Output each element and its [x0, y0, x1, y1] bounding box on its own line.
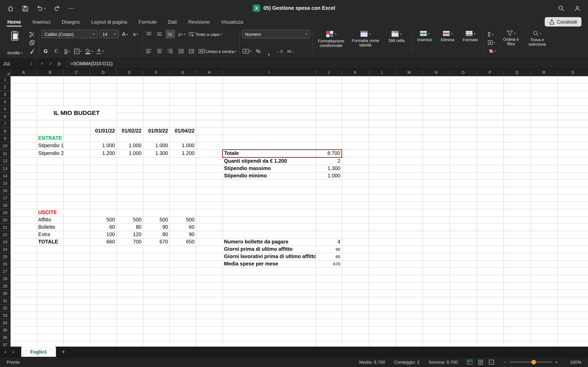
cell-C30[interactable]	[63, 290, 90, 297]
cell-F29[interactable]	[143, 282, 169, 290]
cell-A27[interactable]	[10, 267, 37, 275]
underline-button[interactable]: S ▾	[62, 47, 71, 55]
cell-C7[interactable]	[63, 120, 90, 127]
cell-F3[interactable]	[143, 91, 169, 98]
cell-Q6[interactable]	[503, 113, 530, 120]
cell-B17[interactable]	[37, 194, 63, 201]
cell-B3[interactable]	[37, 91, 63, 98]
cell-K1[interactable]	[342, 76, 369, 83]
cell-G37[interactable]	[169, 341, 196, 347]
cell-A37[interactable]	[10, 341, 37, 347]
col-header-C[interactable]: C	[63, 69, 90, 76]
cell-R7[interactable]	[530, 120, 557, 127]
cell-K16[interactable]	[342, 187, 369, 194]
cell-D7[interactable]	[90, 120, 116, 127]
increase-indent-button[interactable]	[187, 47, 196, 55]
cell-N33[interactable]	[423, 312, 450, 319]
cell-J12[interactable]: 2	[316, 157, 342, 165]
row-header-16[interactable]: 16	[0, 187, 10, 194]
name-box[interactable]: J11 ▴ ▾	[0, 59, 36, 68]
cell-H16[interactable]	[196, 187, 223, 194]
row-header-25[interactable]: 25	[0, 253, 10, 260]
row-header-20[interactable]: 20	[0, 216, 10, 224]
cell-R25[interactable]	[530, 253, 557, 260]
accounting-format-button[interactable]: ▾	[242, 47, 252, 55]
cell-C33[interactable]	[63, 312, 90, 319]
cell-S17[interactable]	[557, 194, 588, 201]
cell-J16[interactable]	[316, 187, 342, 194]
cell-R34[interactable]	[530, 319, 557, 326]
cell-D4[interactable]	[90, 98, 116, 105]
cell-G13[interactable]	[169, 165, 196, 172]
font-color-button[interactable]: A ▾	[95, 47, 104, 55]
cell-M30[interactable]	[396, 290, 423, 297]
cell-H14[interactable]	[196, 172, 223, 179]
cell-K23[interactable]	[342, 238, 369, 245]
tab-visualizza[interactable]: Visualizza	[221, 16, 243, 28]
cell-M10[interactable]	[396, 142, 423, 150]
cell-K4[interactable]	[342, 98, 369, 105]
row-header-7[interactable]: 7	[0, 120, 10, 127]
cell-D34[interactable]	[90, 319, 116, 326]
row-header-27[interactable]: 27	[0, 267, 10, 275]
cell-G20[interactable]: 500	[169, 216, 196, 224]
cell-K31[interactable]	[342, 297, 369, 304]
cell-L33[interactable]	[369, 312, 396, 319]
cell-I17[interactable]	[223, 194, 316, 201]
cell-L11[interactable]	[369, 150, 396, 157]
cell-styles-button[interactable]: ▾ Stili cella	[383, 29, 410, 56]
cell-P4[interactable]	[476, 98, 503, 105]
cell-K25[interactable]	[342, 253, 369, 260]
cell-O33[interactable]	[450, 312, 476, 319]
cell-N16[interactable]	[423, 187, 450, 194]
cell-E31[interactable]	[116, 297, 143, 304]
cell-Q1[interactable]	[503, 76, 530, 83]
tab-home[interactable]: Home	[7, 16, 21, 28]
cell-F25[interactable]	[143, 253, 169, 260]
col-header-F[interactable]: F	[143, 69, 169, 76]
cell-J4[interactable]	[316, 98, 342, 105]
formula-input[interactable]: =SOMMA(D10:G11)	[67, 59, 588, 68]
cell-S2[interactable]	[557, 83, 588, 91]
cell-D20[interactable]: 500	[90, 216, 116, 224]
cell-Q34[interactable]	[503, 319, 530, 326]
align-center-button[interactable]	[155, 47, 164, 55]
cell-I21[interactable]	[223, 224, 316, 231]
cell-S20[interactable]	[557, 216, 588, 224]
cell-P2[interactable]	[476, 83, 503, 91]
cell-S34[interactable]	[557, 319, 588, 326]
cell-E6[interactable]	[116, 113, 143, 120]
format-painter-button[interactable]	[28, 47, 36, 55]
cell-S5[interactable]	[557, 105, 588, 113]
cell-A28[interactable]	[10, 275, 37, 282]
cell-N23[interactable]	[423, 238, 450, 245]
cell-I5[interactable]	[223, 105, 316, 113]
cell-K19[interactable]	[342, 209, 369, 216]
cell-C25[interactable]	[63, 253, 90, 260]
cell-J9[interactable]	[316, 135, 342, 142]
cell-G27[interactable]	[169, 267, 196, 275]
cell-A12[interactable]	[10, 157, 37, 165]
cell-H2[interactable]	[196, 83, 223, 91]
cell-M20[interactable]	[396, 216, 423, 224]
cell-K34[interactable]	[342, 319, 369, 326]
cell-A31[interactable]	[10, 297, 37, 304]
cell-K12[interactable]	[342, 157, 369, 165]
cell-L7[interactable]	[369, 120, 396, 127]
row-header-11[interactable]: 11	[0, 150, 10, 157]
cell-I27[interactable]	[223, 267, 316, 275]
row-header-9[interactable]: 9	[0, 135, 10, 142]
cell-M24[interactable]	[396, 245, 423, 253]
cell-I3[interactable]	[223, 91, 316, 98]
cell-P6[interactable]	[476, 113, 503, 120]
cell-G36[interactable]	[169, 334, 196, 341]
cell-E28[interactable]	[116, 275, 143, 282]
cell-N26[interactable]	[423, 260, 450, 267]
cell-S28[interactable]	[557, 275, 588, 282]
cell-N10[interactable]	[423, 142, 450, 150]
cell-O23[interactable]	[450, 238, 476, 245]
cell-G25[interactable]	[169, 253, 196, 260]
zoom-slider[interactable]	[509, 362, 552, 363]
cell-A11[interactable]	[10, 150, 37, 157]
cell-D11[interactable]: 1.200	[90, 150, 116, 157]
